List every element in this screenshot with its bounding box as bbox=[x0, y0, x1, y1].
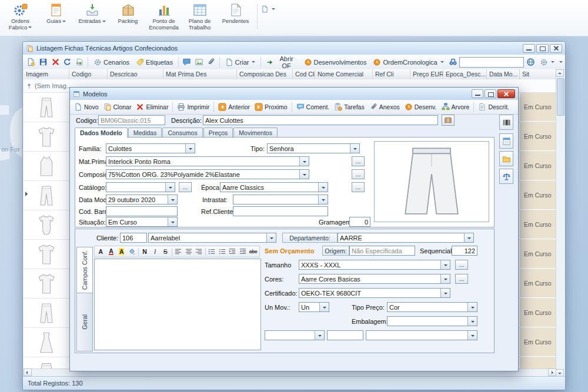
dialog-maximize-button[interactable] bbox=[485, 89, 496, 98]
font-color-button[interactable]: A bbox=[106, 247, 116, 256]
epoca-select[interactable]: Aarre Classics bbox=[220, 182, 328, 192]
composicao-browse-button[interactable]: ... bbox=[352, 169, 365, 179]
comments-button[interactable] bbox=[181, 56, 193, 68]
ribbon-item-pendentes[interactable]: Pendentes bbox=[218, 2, 253, 33]
close-button[interactable] bbox=[550, 44, 562, 53]
un-mov-select[interactable]: Un bbox=[299, 302, 329, 312]
delete-button[interactable] bbox=[49, 56, 61, 68]
novo-button[interactable]: Novo bbox=[72, 102, 101, 112]
cliente-codigo-field[interactable]: 106 bbox=[120, 233, 147, 243]
etiquetas-button[interactable]: Etiquetas bbox=[133, 57, 176, 68]
ribbon-item-ponto-de-encomenda[interactable]: Ponto de Encomenda bbox=[146, 2, 182, 33]
description-book-button[interactable] bbox=[442, 115, 455, 126]
epoca-browse-button[interactable]: ... bbox=[352, 182, 365, 192]
report-button[interactable] bbox=[499, 133, 513, 149]
vertical-scrollbar[interactable] bbox=[556, 69, 564, 377]
scroll-right-button[interactable] bbox=[548, 368, 556, 376]
column-header[interactable]: Sit bbox=[520, 69, 556, 79]
tamanho-browse-button[interactable]: ... bbox=[455, 260, 468, 270]
export-button[interactable] bbox=[74, 56, 86, 68]
tipo-preco-select[interactable]: Cor bbox=[387, 302, 477, 312]
column-header[interactable]: Imagem bbox=[24, 69, 69, 79]
window-titlebar[interactable]: Listagem Fichas Técnicas Artigos Confeci… bbox=[23, 42, 565, 55]
eliminar-button[interactable]: Eliminar bbox=[133, 102, 171, 112]
highlight-button[interactable]: A bbox=[116, 247, 126, 256]
anterior-button[interactable]: Anterior bbox=[216, 102, 252, 112]
dialog-titlebar[interactable]: Modelos bbox=[70, 88, 518, 100]
column-header[interactable]: Ref Cli bbox=[373, 69, 410, 79]
gramagem-field[interactable]: 0 bbox=[349, 217, 370, 227]
bullet-list-button[interactable] bbox=[207, 247, 217, 256]
scroll-left-button[interactable] bbox=[24, 368, 32, 376]
mat-prima-browse-button[interactable]: ... bbox=[352, 156, 365, 166]
tab[interactable]: Dados Modelo bbox=[75, 128, 128, 138]
certificado-select[interactable]: OEKO-TEX 9680CIT bbox=[299, 288, 450, 298]
column-header[interactable]: Composicao Des bbox=[237, 69, 293, 79]
criar-button[interactable]: Criar bbox=[222, 57, 259, 68]
font-button[interactable]: A bbox=[96, 247, 106, 256]
abrir-of-button[interactable]: Abrir OF bbox=[263, 54, 300, 71]
codigo-field[interactable]: BM06Classic.015 bbox=[98, 115, 165, 125]
tab[interactable]: Medidas bbox=[128, 128, 162, 138]
save-button[interactable] bbox=[38, 56, 49, 68]
origem-label-button[interactable]: Origem: bbox=[322, 246, 349, 256]
cod-barras-field[interactable] bbox=[106, 206, 178, 216]
proximo-button[interactable]: Proximo bbox=[252, 102, 290, 112]
abc-strike-button[interactable]: abc bbox=[248, 247, 258, 256]
refresh-button[interactable] bbox=[62, 56, 74, 68]
column-header[interactable]: Preço EUR... bbox=[410, 69, 443, 79]
column-header[interactable]: Codigo bbox=[69, 69, 108, 79]
mat-prima-select[interactable]: Interlock Ponto Roma bbox=[106, 156, 309, 166]
column-header[interactable]: Nome Comercial bbox=[315, 69, 373, 79]
scroll-up-button[interactable] bbox=[556, 69, 564, 77]
indent-button[interactable] bbox=[228, 247, 238, 256]
extra-select-2[interactable] bbox=[366, 330, 477, 340]
tab[interactable]: Preços bbox=[203, 128, 233, 138]
desenv-button[interactable]: Desenv. bbox=[402, 102, 439, 112]
sequencial-field[interactable]: 122 bbox=[452, 246, 477, 256]
column-header[interactable]: Mat Prima Des bbox=[163, 69, 237, 79]
outdent-button[interactable] bbox=[238, 247, 248, 256]
arvore-button[interactable]: Arvore bbox=[439, 102, 472, 112]
tarefas-button[interactable]: Tarefas bbox=[332, 102, 366, 112]
ribbon-item-guias[interactable]: Guias bbox=[38, 2, 74, 33]
embalagem-select[interactable] bbox=[387, 316, 477, 326]
clonar-button[interactable]: Clonar bbox=[101, 102, 134, 112]
tab-campos-conf[interactable]: Campos Conf. bbox=[76, 247, 93, 294]
cliente-select[interactable]: Aarrelabel bbox=[148, 233, 276, 243]
desenvolvimentos-button[interactable]: Desenvolvimentos bbox=[301, 57, 370, 68]
catalogo-browse-button[interactable]: ... bbox=[179, 182, 192, 192]
maximize-button[interactable] bbox=[536, 44, 549, 53]
strikethrough-button[interactable]: S bbox=[161, 247, 171, 256]
tab[interactable]: Consumos bbox=[162, 128, 202, 138]
data-modelo-picker[interactable]: 29 outubro 2020 bbox=[106, 195, 178, 205]
ribbon-item-entradas[interactable]: Entradas bbox=[74, 2, 110, 33]
align-center-button[interactable] bbox=[183, 247, 193, 256]
barcode-button[interactable] bbox=[499, 115, 513, 130]
toolbar-overflow-icon[interactable] bbox=[559, 61, 563, 63]
ref-cliente-field[interactable] bbox=[233, 206, 328, 216]
italic-button[interactable]: I bbox=[150, 247, 160, 256]
scales-button[interactable] bbox=[499, 169, 513, 184]
collapse-panel-toggle[interactable] bbox=[25, 192, 28, 196]
bold-button[interactable]: N bbox=[140, 247, 150, 256]
comentarios-button[interactable]: Coment. bbox=[294, 102, 332, 112]
descritivo-button[interactable]: Descrit. bbox=[476, 102, 512, 112]
attachments-button[interactable] bbox=[205, 56, 217, 68]
departamento-label-button[interactable]: Departamento: bbox=[282, 233, 338, 243]
sem-orcamento-link[interactable]: Sem Orçamento bbox=[265, 247, 314, 254]
descricao-field[interactable]: Alex Culottes bbox=[203, 115, 438, 125]
align-right-button[interactable] bbox=[194, 247, 204, 256]
column-header[interactable]: Cod Cli bbox=[293, 69, 315, 79]
dialog-close-button[interactable] bbox=[497, 89, 515, 98]
column-header[interactable]: Epoca_Desc... bbox=[443, 69, 487, 79]
departamento-select[interactable]: AARRE bbox=[338, 233, 474, 243]
search-input[interactable] bbox=[459, 57, 524, 68]
situacao-select[interactable]: Em Curso bbox=[106, 217, 178, 227]
cores-select[interactable]: Aarre Cores Basicas bbox=[299, 274, 450, 284]
notes-editor[interactable] bbox=[94, 259, 261, 350]
tab[interactable]: Movimentos bbox=[233, 128, 278, 138]
column-header[interactable]: Data Mo... bbox=[487, 69, 520, 79]
extra-select-1[interactable] bbox=[265, 330, 325, 340]
tipo-select[interactable]: Senhora bbox=[267, 143, 360, 153]
